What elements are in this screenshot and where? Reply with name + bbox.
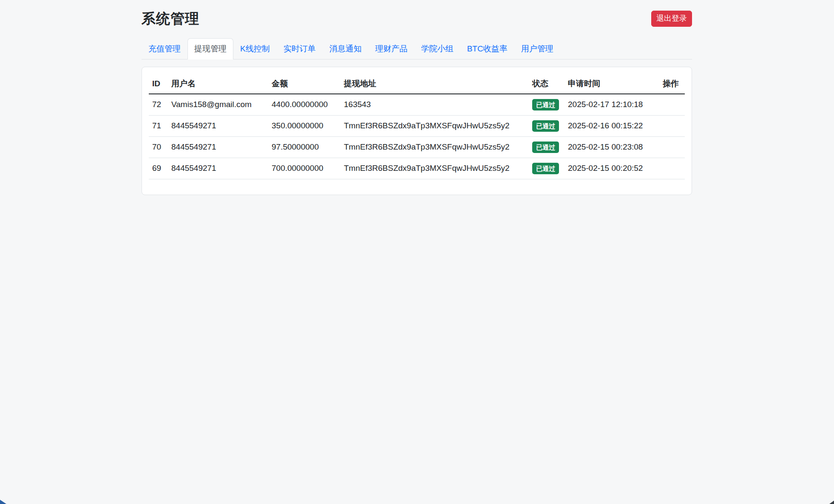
cell-action — [659, 136, 685, 158]
status-badge: 已通过 — [532, 99, 559, 110]
cell-time: 2025-02-17 12:10:18 — [565, 94, 659, 116]
page-title: 系统管理 — [142, 9, 199, 28]
tab-messages[interactable]: 消息通知 — [323, 38, 369, 59]
cell-time: 2025-02-15 00:20:52 — [565, 158, 659, 179]
cell-username: 8445549271 — [168, 115, 268, 136]
cell-username: 8445549271 — [168, 136, 268, 158]
cell-action — [659, 158, 685, 179]
cell-id: 70 — [149, 136, 168, 158]
cell-username: 8445549271 — [168, 158, 268, 179]
status-badge: 已通过 — [532, 120, 559, 132]
cell-address: TmnEf3R6BSZdx9aTp3MXSFqwJHwU5zs5y2 — [340, 136, 529, 158]
cell-status: 已通过 — [529, 115, 565, 136]
cell-status: 已通过 — [529, 158, 565, 179]
tab-btc-yield[interactable]: BTC收益率 — [460, 38, 514, 59]
cell-address: TmnEf3R6BSZdx9aTp3MXSFqwJHwU5zs5y2 — [340, 158, 529, 179]
page-header: 系统管理 退出登录 — [142, 0, 692, 27]
table-row: 698445549271700.00000000TmnEf3R6BSZdx9aT… — [149, 158, 685, 179]
logout-button[interactable]: 退出登录 — [651, 11, 692, 27]
cell-amount: 350.00000000 — [268, 115, 340, 136]
column-header-action: 操作 — [659, 74, 685, 94]
withdrawals-card: ID用户名金额提现地址状态申请时间操作 72Vamis158@gmail.com… — [142, 67, 692, 195]
tab-recharge[interactable]: 充值管理 — [142, 38, 187, 59]
table-row: 718445549271350.00000000TmnEf3R6BSZdx9aT… — [149, 115, 685, 136]
tab-bar: 充值管理提现管理K线控制实时订单消息通知理财产品学院小组BTC收益率用户管理 — [142, 38, 692, 59]
cell-time: 2025-02-15 00:23:08 — [565, 136, 659, 158]
cell-id: 71 — [149, 115, 168, 136]
corner-artifact-left — [0, 500, 6, 504]
tab-withdraw[interactable]: 提现管理 — [187, 38, 233, 59]
cell-amount: 700.00000000 — [268, 158, 340, 179]
admin-panel: 系统管理 退出登录 充值管理提现管理K线控制实时订单消息通知理财产品学院小组BT… — [142, 0, 692, 195]
column-header-username: 用户名 — [168, 74, 268, 94]
tab-groups[interactable]: 学院小组 — [414, 38, 460, 59]
column-header-time: 申请时间 — [565, 74, 659, 94]
tab-users[interactable]: 用户管理 — [514, 38, 560, 59]
cell-address: TmnEf3R6BSZdx9aTp3MXSFqwJHwU5zs5y2 — [340, 115, 529, 136]
cell-amount: 4400.00000000 — [268, 94, 340, 116]
cell-username: Vamis158@gmail.com — [168, 94, 268, 116]
withdrawals-table: ID用户名金额提现地址状态申请时间操作 72Vamis158@gmail.com… — [149, 74, 685, 179]
status-badge: 已通过 — [532, 163, 559, 174]
corner-artifact-right — [829, 501, 834, 504]
cell-status: 已通过 — [529, 94, 565, 116]
table-row: 70844554927197.50000000TmnEf3R6BSZdx9aTp… — [149, 136, 685, 158]
cell-action — [659, 115, 685, 136]
table-row: 72Vamis158@gmail.com4400.00000000163543已… — [149, 94, 685, 116]
cell-status: 已通过 — [529, 136, 565, 158]
column-header-amount: 金额 — [268, 74, 340, 94]
tab-kline[interactable]: K线控制 — [233, 38, 277, 59]
cell-time: 2025-02-16 00:15:22 — [565, 115, 659, 136]
cell-address: 163543 — [340, 94, 529, 116]
tab-products[interactable]: 理财产品 — [369, 38, 414, 59]
column-header-id: ID — [149, 74, 168, 94]
table-header-row: ID用户名金额提现地址状态申请时间操作 — [149, 74, 685, 94]
cell-action — [659, 94, 685, 116]
cell-id: 69 — [149, 158, 168, 179]
tab-orders[interactable]: 实时订单 — [277, 38, 323, 59]
status-badge: 已通过 — [532, 142, 559, 153]
cell-amount: 97.50000000 — [268, 136, 340, 158]
column-header-status: 状态 — [529, 74, 565, 94]
column-header-address: 提现地址 — [340, 74, 529, 94]
cell-id: 72 — [149, 94, 168, 116]
